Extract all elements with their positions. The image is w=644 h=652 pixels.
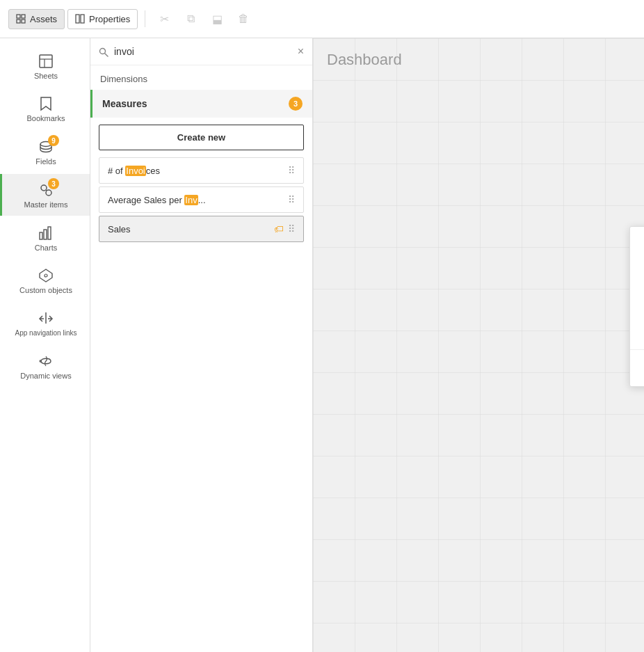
tag-icon: 🏷 — [274, 223, 284, 234]
assets-label: Assets — [30, 14, 57, 24]
svg-rect-13 — [40, 232, 42, 239]
sheets-label: Sheets — [34, 72, 58, 80]
list-item[interactable]: # of Invoices ⠿ — [99, 157, 304, 184]
fields-icon: 9 — [38, 138, 54, 154]
custom-objects-label: Custom objects — [19, 286, 72, 294]
tooltip-body: Sales Expression: Sum(Sales) Tags Invoic… — [630, 227, 644, 349]
sidebar-item-bookmarks[interactable]: Bookmarks — [0, 88, 90, 130]
sidebar-item-fields[interactable]: 9 Fields — [0, 131, 90, 173]
dimensions-header[interactable]: Dimensions — [90, 65, 312, 90]
fields-label: Fields — [35, 157, 56, 166]
master-items-label: Master items — [24, 200, 68, 209]
sidebar-item-custom-objects[interactable]: Custom objects — [0, 260, 90, 302]
tooltip-popup: Sales Expression: Sum(Sales) Tags Invoic… — [629, 226, 644, 387]
svg-rect-1 — [22, 15, 25, 18]
svg-point-16 — [45, 274, 47, 277]
item2-text: Average Sales per Inv... — [108, 195, 288, 205]
drag-handle-3[interactable]: ⠿ — [288, 223, 295, 234]
item1-text: # of Invoices — [108, 166, 288, 176]
cut-button[interactable]: ✂ — [152, 7, 176, 31]
svg-line-22 — [105, 54, 108, 57]
measures-list: # of Invoices ⠿ Average Sales per Inv...… — [90, 157, 312, 242]
dynamic-views-label: Dynamic views — [20, 372, 71, 380]
svg-point-10 — [41, 185, 47, 191]
sheets-icon — [38, 52, 54, 69]
list-item[interactable]: Sales 🏷 ⠿ — [99, 216, 304, 242]
measures-badge: 3 — [289, 97, 303, 111]
measures-header[interactable]: Measures 3 — [90, 90, 312, 118]
svg-rect-14 — [44, 230, 47, 239]
svg-rect-15 — [48, 227, 51, 239]
dashboard-title: Dashboard — [327, 51, 402, 69]
search-clear-button[interactable]: × — [298, 45, 304, 58]
app-navigation-label: App navigation links — [15, 329, 77, 337]
assets-icon — [16, 14, 26, 24]
sidebar-item-sheets[interactable]: Sheets — [0, 45, 90, 87]
paste-button[interactable]: ⬓ — [205, 7, 229, 31]
master-items-badge: 3 — [48, 178, 59, 189]
master-items-icon: 3 — [38, 181, 54, 198]
svg-rect-2 — [17, 19, 20, 23]
toolbar: Assets Properties ✂ ⧉ ⬓ 🗑 — [0, 0, 644, 38]
svg-rect-3 — [22, 19, 25, 23]
charts-label: Charts — [35, 244, 57, 252]
bookmarks-label: Bookmarks — [26, 114, 65, 122]
search-bar: × — [90, 38, 312, 65]
properties-label: Properties — [89, 14, 130, 24]
svg-rect-5 — [81, 15, 84, 23]
sidebar-item-app-navigation[interactable]: App navigation links — [0, 303, 90, 344]
main-area: Sheets Bookmarks 9 Fields — [0, 38, 644, 652]
bookmarks-icon — [39, 95, 53, 112]
svg-point-11 — [46, 190, 51, 196]
custom-objects-icon — [38, 267, 54, 284]
fields-badge: 9 — [48, 135, 59, 146]
create-new-button[interactable]: Create new — [99, 125, 304, 150]
dynamic-views-icon — [38, 352, 54, 369]
svg-line-12 — [46, 190, 47, 191]
svg-rect-6 — [40, 55, 52, 67]
copy-button[interactable]: ⧉ — [179, 7, 202, 31]
grid-svg — [313, 38, 644, 652]
sidebar-item-master-items[interactable]: 3 Master items — [0, 174, 90, 216]
drag-handle-2[interactable]: ⠿ — [288, 194, 295, 205]
divider1 — [145, 10, 145, 27]
list-item[interactable]: Average Sales per Inv... ⠿ — [99, 186, 304, 213]
dashboard: Dashboard Sales Expression: Sum(Sales) T… — [313, 38, 644, 652]
app-navigation-icon — [38, 310, 54, 326]
properties-button[interactable]: Properties — [67, 9, 138, 29]
assets-button[interactable]: Assets — [8, 9, 65, 29]
svg-rect-23 — [313, 38, 644, 652]
tooltip-footer — [630, 349, 644, 386]
sidebar-item-charts[interactable]: Charts — [0, 217, 90, 259]
svg-rect-4 — [76, 15, 79, 23]
sidebar-item-dynamic-views[interactable]: Dynamic views — [0, 345, 90, 387]
drag-handle-1[interactable]: ⠿ — [288, 165, 295, 176]
item3-text: Sales — [108, 224, 274, 234]
measures-title: Measures — [102, 98, 147, 109]
sidebar: Sheets Bookmarks 9 Fields — [0, 38, 90, 652]
panel: × Dimensions Measures 3 Create new # of … — [90, 38, 313, 652]
svg-rect-0 — [17, 15, 20, 18]
charts-icon — [38, 224, 54, 241]
properties-icon — [75, 14, 85, 24]
search-input[interactable] — [114, 46, 292, 57]
search-icon — [99, 46, 108, 57]
delete-button[interactable]: 🗑 — [232, 7, 255, 31]
